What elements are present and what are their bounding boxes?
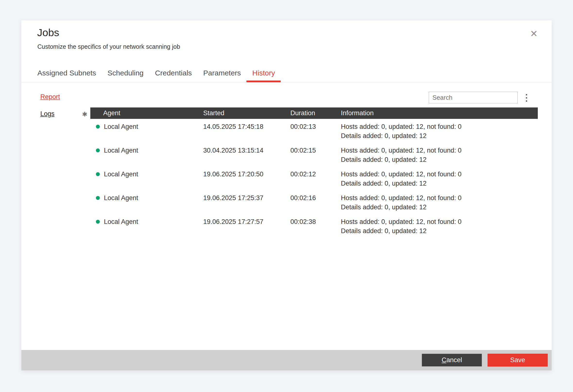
duration-cell: 00:02:15 — [290, 146, 341, 164]
column-pin-icon[interactable]: ✱ — [82, 111, 88, 118]
started-cell: 19.06.2025 17:25:37 — [203, 193, 290, 212]
agent-name: Local Agent — [104, 193, 138, 203]
search-input[interactable] — [429, 92, 518, 103]
info-line-1: Hosts added: 0, updated: 12, not found: … — [341, 170, 538, 179]
information-cell: Hosts added: 0, updated: 12, not found: … — [341, 170, 538, 188]
started-cell: 19.06.2025 17:27:57 — [203, 217, 290, 236]
tab-history[interactable]: History — [252, 67, 275, 82]
tab-bar: Assigned SubnetsSchedulingCredentialsPar… — [21, 67, 552, 82]
tab-parameters[interactable]: Parameters — [203, 67, 241, 82]
table-row[interactable]: Local Agent 19.06.2025 17:20:50 00:02:12… — [90, 166, 538, 188]
column-header-started[interactable]: Started — [203, 107, 290, 119]
agent-name: Local Agent — [104, 217, 138, 226]
agent-cell: Local Agent — [90, 170, 203, 188]
info-line-2: Details added: 0, updated: 12 — [341, 179, 538, 188]
info-line-1: Hosts added: 0, updated: 12, not found: … — [341, 193, 538, 203]
cancel-button[interactable]: Cancel — [422, 354, 482, 367]
information-cell: Hosts added: 0, updated: 12, not found: … — [341, 122, 538, 140]
tab-assigned-subnets[interactable]: Assigned Subnets — [37, 67, 96, 82]
column-header-agent[interactable]: Agent — [90, 107, 203, 119]
started-cell: 14.05.2025 17:45:18 — [203, 122, 290, 140]
status-success-dot-icon — [96, 125, 100, 129]
cancel-label: ancel — [446, 356, 462, 364]
desktop-background: Jobs Customize the specifics of your net… — [0, 0, 573, 392]
agent-name: Local Agent — [104, 146, 138, 155]
information-cell: Hosts added: 0, updated: 12, not found: … — [341, 193, 538, 212]
status-success-dot-icon — [96, 172, 100, 176]
logs-link[interactable]: Logs — [40, 110, 55, 118]
duration-cell: 00:02:13 — [290, 122, 341, 140]
column-header-duration[interactable]: Duration — [290, 107, 341, 119]
tab-scheduling[interactable]: Scheduling — [107, 67, 143, 82]
save-button[interactable]: Save — [487, 354, 548, 367]
agent-cell: Local Agent — [90, 193, 203, 212]
status-success-dot-icon — [96, 196, 100, 200]
info-line-2: Details added: 0, updated: 12 — [341, 155, 538, 164]
agent-cell: Local Agent — [90, 217, 203, 236]
footer-bar: Cancel Save — [21, 350, 552, 370]
kebab-menu-icon[interactable] — [523, 92, 530, 103]
duration-cell: 00:02:12 — [290, 170, 341, 188]
page-title: Jobs — [37, 27, 59, 39]
information-cell: Hosts added: 0, updated: 12, not found: … — [341, 146, 538, 164]
tab-label: History — [252, 69, 275, 77]
page-subtitle: Customize the specifics of your network … — [37, 43, 180, 50]
duration-cell: 00:02:16 — [290, 193, 341, 212]
cancel-accelerator: C — [442, 356, 447, 364]
agent-cell: Local Agent — [90, 122, 203, 140]
information-cell: Hosts added: 0, updated: 12, not found: … — [341, 217, 538, 236]
status-success-dot-icon — [96, 220, 100, 224]
table-row[interactable]: Local Agent 19.06.2025 17:25:37 00:02:16… — [90, 190, 538, 212]
table-row[interactable]: Local Agent 14.05.2025 17:45:18 00:02:13… — [90, 119, 538, 140]
info-line-1: Hosts added: 0, updated: 12, not found: … — [341, 217, 538, 226]
table-row[interactable]: Local Agent 19.06.2025 17:27:57 00:02:38… — [90, 214, 538, 236]
agent-name: Local Agent — [104, 170, 138, 179]
agent-name: Local Agent — [104, 122, 138, 131]
info-line-1: Hosts added: 0, updated: 12, not found: … — [341, 122, 538, 131]
duration-cell: 00:02:38 — [290, 217, 341, 236]
started-cell: 19.06.2025 17:20:50 — [203, 170, 290, 188]
tab-label: Scheduling — [107, 69, 143, 77]
column-header-information[interactable]: Information — [341, 107, 538, 119]
info-line-1: Hosts added: 0, updated: 12, not found: … — [341, 146, 538, 155]
agent-cell: Local Agent — [90, 146, 203, 164]
history-table: Agent Started Duration Information Local… — [90, 107, 538, 238]
info-line-2: Details added: 0, updated: 12 — [341, 203, 538, 212]
started-cell: 30.04.2025 13:15:14 — [203, 146, 290, 164]
table-header: Agent Started Duration Information — [90, 107, 538, 119]
close-icon[interactable]: ✕ — [528, 28, 539, 39]
save-label: Save — [510, 356, 525, 364]
info-line-2: Details added: 0, updated: 12 — [341, 131, 538, 140]
report-link[interactable]: Report — [40, 93, 60, 101]
tab-credentials[interactable]: Credentials — [155, 67, 192, 82]
table-body: Local Agent 14.05.2025 17:45:18 00:02:13… — [90, 119, 538, 236]
tab-label: Assigned Subnets — [37, 69, 96, 77]
tab-label: Parameters — [203, 69, 241, 77]
jobs-dialog: Jobs Customize the specifics of your net… — [21, 20, 552, 370]
info-line-2: Details added: 0, updated: 12 — [341, 226, 538, 236]
tab-label: Credentials — [155, 69, 192, 77]
status-success-dot-icon — [96, 149, 100, 152]
table-row[interactable]: Local Agent 30.04.2025 13:15:14 00:02:15… — [90, 143, 538, 164]
